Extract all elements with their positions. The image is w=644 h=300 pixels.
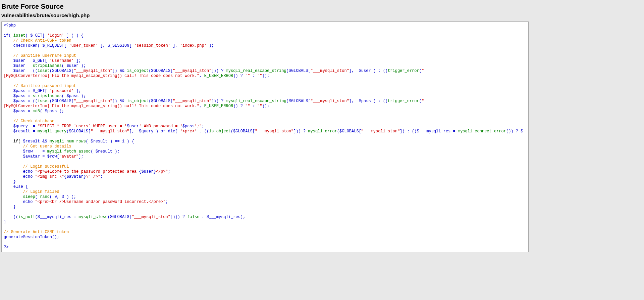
page: Brute Force Source vulnerabilities/brute… [0, 3, 530, 252]
source-code: <?php if( isset( $_GET[ 'Login' ] ) ) { … [4, 23, 526, 250]
page-title: Brute Force Source [1, 3, 530, 10]
source-code-box: <?php if( isset( $_GET[ 'Login' ] ) ) { … [1, 22, 529, 252]
file-path-heading: vulnerabilities/brute/source/high.php [1, 12, 530, 18]
